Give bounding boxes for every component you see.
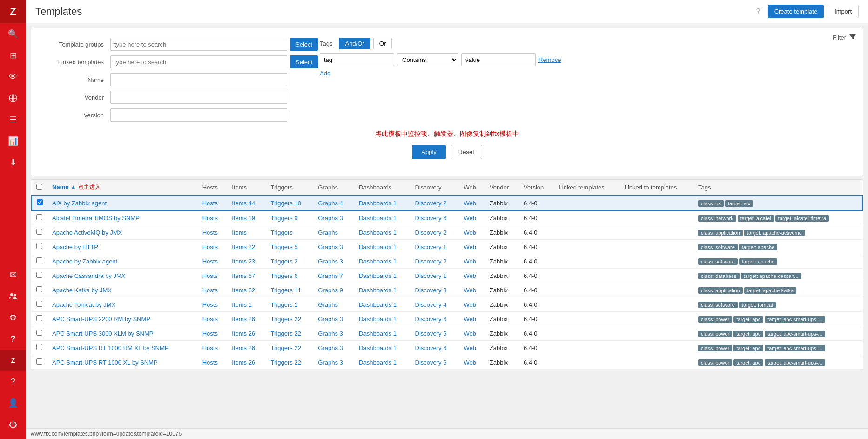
row-dashboards-cell[interactable]: Dashboards 1 — [354, 254, 410, 269]
row-discovery-cell[interactable]: Discovery 6 — [410, 341, 459, 355]
row-discovery-cell[interactable]: Discovery 3 — [410, 283, 459, 297]
row-checkbox-cell[interactable] — [32, 297, 47, 312]
row-hosts-cell[interactable]: Hosts — [198, 312, 228, 326]
row-items-cell[interactable]: Items 26 — [227, 326, 266, 341]
row-checkbox-cell[interactable] — [32, 254, 47, 269]
row-web-cell[interactable]: Web — [459, 210, 484, 225]
row-hosts-cell[interactable]: Hosts — [198, 269, 228, 283]
row-triggers-cell[interactable]: Triggers 11 — [266, 283, 314, 297]
row-graphs-cell[interactable]: Graphs 3 — [313, 210, 354, 225]
row-name-cell[interactable]: APC Smart-UPS 2200 RM by SNMP — [47, 312, 198, 326]
row-hosts-cell[interactable]: Hosts — [198, 297, 228, 312]
row-name-cell[interactable]: Apache Kafka by JMX — [47, 283, 198, 297]
row-dashboards-cell[interactable]: Dashboards 1 — [354, 297, 410, 312]
reset-button[interactable]: Reset — [451, 145, 482, 159]
row-hosts-cell[interactable]: Hosts — [198, 355, 228, 370]
row-discovery-cell[interactable]: Discovery 6 — [410, 312, 459, 326]
network-icon[interactable] — [0, 88, 26, 109]
row-items-cell[interactable]: Items 19 — [227, 210, 266, 225]
row-triggers-cell[interactable]: Triggers 22 — [266, 341, 314, 355]
help-question-icon[interactable]: ? — [756, 7, 760, 16]
row-web-cell[interactable]: Web — [459, 312, 484, 326]
zabbix-text-icon[interactable]: Z — [0, 350, 26, 371]
row-hosts-cell[interactable]: Hosts — [198, 283, 228, 297]
row-checkbox-cell[interactable] — [32, 326, 47, 341]
row-items-cell[interactable]: Items — [227, 225, 266, 240]
row-name-cell[interactable]: APC Smart-UPS RT 1000 XL by SNMP — [47, 355, 198, 370]
reports-icon[interactable]: 📊 — [0, 130, 26, 152]
row-web-cell[interactable]: Web — [459, 225, 484, 240]
name-column-header[interactable]: Name ▲ 点击进入 — [47, 180, 198, 196]
row-hosts-cell[interactable]: Hosts — [198, 210, 228, 225]
linked-templates-input[interactable] — [110, 55, 287, 68]
row-checkbox[interactable] — [37, 199, 43, 205]
search-icon[interactable]: 🔍 — [0, 23, 26, 45]
row-checkbox-cell[interactable] — [32, 196, 47, 210]
linked-templates-select-button[interactable]: Select — [290, 55, 318, 68]
row-items-cell[interactable]: Items 23 — [227, 254, 266, 269]
row-dashboards-cell[interactable]: Dashboards 1 — [354, 210, 410, 225]
row-items-cell[interactable]: Items 62 — [227, 283, 266, 297]
row-web-cell[interactable]: Web — [459, 269, 484, 283]
row-triggers-cell[interactable]: Triggers — [266, 225, 314, 240]
row-triggers-cell[interactable]: Triggers 22 — [266, 326, 314, 341]
row-checkbox[interactable] — [36, 272, 42, 278]
row-hosts-cell[interactable]: Hosts — [198, 225, 228, 240]
row-checkbox-cell[interactable] — [32, 355, 47, 370]
row-discovery-cell[interactable]: Discovery 6 — [410, 355, 459, 370]
row-checkbox[interactable] — [36, 214, 42, 220]
settings-icon[interactable]: ⚙ — [0, 307, 26, 328]
row-discovery-cell[interactable]: Discovery 1 — [410, 269, 459, 283]
user-icon[interactable]: 👤 — [0, 392, 26, 414]
row-graphs-cell[interactable]: Graphs 3 — [313, 240, 354, 254]
row-discovery-cell[interactable]: Discovery 2 — [410, 225, 459, 240]
row-items-cell[interactable]: Items 22 — [227, 240, 266, 254]
inventory-icon[interactable]: ☰ — [0, 109, 26, 130]
row-checkbox[interactable] — [36, 344, 42, 350]
row-name-cell[interactable]: Alcatel Timetra TiMOS by SNMP — [47, 210, 198, 225]
row-web-cell[interactable]: Web — [459, 326, 484, 341]
row-graphs-cell[interactable]: Graphs — [313, 297, 354, 312]
remove-tag-button[interactable]: Remove — [538, 56, 561, 63]
apply-button[interactable]: Apply — [412, 145, 446, 159]
row-name-cell[interactable]: Apache Cassandra by JMX — [47, 269, 198, 283]
row-checkbox[interactable] — [36, 358, 42, 365]
row-graphs-cell[interactable]: Graphs 3 — [313, 341, 354, 355]
row-checkbox[interactable] — [36, 330, 42, 336]
mail-icon[interactable]: ✉ — [0, 264, 26, 285]
vendor-input[interactable] — [110, 91, 287, 104]
row-web-cell[interactable]: Web — [459, 341, 484, 355]
row-name-cell[interactable]: Apache by Zabbix agent — [47, 254, 198, 269]
row-triggers-cell[interactable]: Triggers 10 — [266, 196, 314, 210]
row-items-cell[interactable]: Items 67 — [227, 269, 266, 283]
row-dashboards-cell[interactable]: Dashboards 1 — [354, 269, 410, 283]
row-hosts-cell[interactable]: Hosts — [198, 240, 228, 254]
select-all-header[interactable] — [32, 180, 47, 196]
row-items-cell[interactable]: Items 26 — [227, 341, 266, 355]
row-hosts-cell[interactable]: Hosts — [198, 254, 228, 269]
row-graphs-cell[interactable]: Graphs 3 — [313, 326, 354, 341]
row-name-cell[interactable]: Apache ActiveMQ by JMX — [47, 225, 198, 240]
row-discovery-cell[interactable]: Discovery 6 — [410, 210, 459, 225]
row-graphs-cell[interactable]: Graphs 9 — [313, 283, 354, 297]
row-checkbox[interactable] — [36, 301, 42, 307]
version-input[interactable] — [110, 108, 287, 122]
row-web-cell[interactable]: Web — [459, 355, 484, 370]
row-name-cell[interactable]: APC Smart-UPS 3000 XLM by SNMP — [47, 326, 198, 341]
row-name-cell[interactable]: AIX by Zabbix agent — [47, 196, 198, 210]
create-template-button[interactable]: Create template — [768, 5, 824, 18]
row-checkbox-cell[interactable] — [32, 240, 47, 254]
row-graphs-cell[interactable]: Graphs 3 — [313, 355, 354, 370]
row-discovery-cell[interactable]: Discovery 2 — [410, 254, 459, 269]
row-items-cell[interactable]: Items 44 — [227, 196, 266, 210]
download-icon[interactable]: ⬇ — [0, 152, 26, 173]
row-dashboards-cell[interactable]: Dashboards 1 — [354, 240, 410, 254]
row-checkbox[interactable] — [36, 243, 42, 249]
monitoring-icon[interactable]: 👁 — [0, 66, 26, 88]
row-items-cell[interactable]: Items 1 — [227, 297, 266, 312]
import-button[interactable]: Import — [828, 5, 859, 18]
name-input[interactable] — [110, 73, 287, 86]
row-name-cell[interactable]: Apache Tomcat by JMX — [47, 297, 198, 312]
row-items-cell[interactable]: Items 26 — [227, 312, 266, 326]
help-icon[interactable]: ? — [0, 371, 26, 392]
